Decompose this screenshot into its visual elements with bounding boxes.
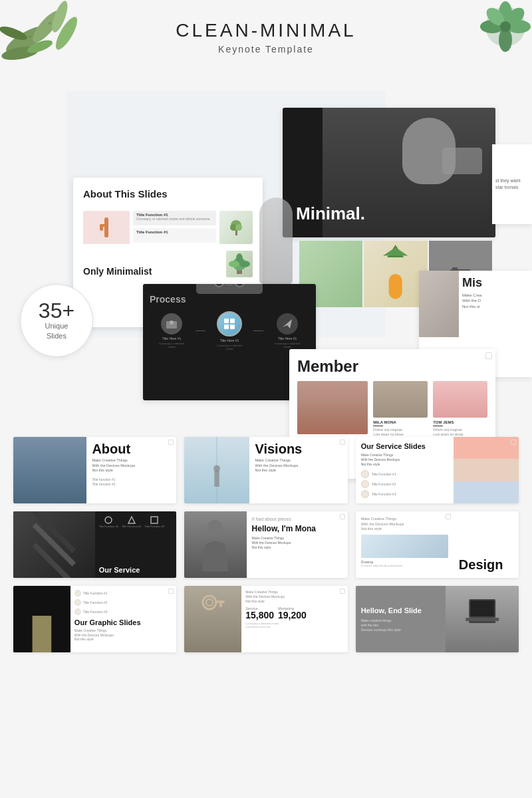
svg-marker-32 <box>383 247 408 256</box>
about-img <box>13 437 86 503</box>
minimal-text: Minimal. <box>296 203 365 224</box>
svg-rect-59 <box>219 603 222 607</box>
svg-rect-58 <box>215 600 225 603</box>
svg-point-7 <box>29 35 31 38</box>
only-minimalist: Only Minimalist <box>83 266 152 277</box>
slides-row-3: Title Function #1 Title Function #2 Titl… <box>0 586 532 660</box>
svg-point-38 <box>170 321 174 325</box>
stat1-num: 15,800 <box>245 610 274 620</box>
thumb-end-slide: Hellow, End Slide Make creative thingswi… <box>356 586 519 652</box>
unique-slides-badge: 35+ Unique Slides <box>20 284 93 357</box>
svg-rect-51 <box>151 517 158 523</box>
member-3: TOM JEMS Dolore sna magnaeLore doam no o… <box>433 381 487 441</box>
svg-rect-45 <box>215 470 220 487</box>
chess-image <box>419 271 459 337</box>
svg-point-46 <box>213 466 220 472</box>
svg-point-29 <box>239 261 250 267</box>
thumb-visions: Visions Make Creative ThingsWith the Dev… <box>184 437 347 503</box>
svg-rect-61 <box>470 600 494 616</box>
pink-accent-box <box>83 211 130 244</box>
design-title: Design <box>459 557 513 573</box>
our-service-title: Our Service <box>99 566 173 574</box>
succulent-thumbnail <box>226 251 253 277</box>
member3-name: TOM JEMS <box>433 420 487 424</box>
svg-rect-54 <box>33 616 52 652</box>
about-slide-sub: Make Creative ThingsWith the Devices Moc… <box>92 458 171 473</box>
person-silhouette <box>259 198 293 284</box>
svg-point-50 <box>105 517 112 523</box>
plant-right-decoration <box>479 0 532 53</box>
slides-row-2: Title Function #1 Title Function #2 Titl… <box>0 511 532 586</box>
hand-shape <box>442 148 482 174</box>
member-title: Member <box>297 357 487 376</box>
end-slide-title: Hellow, End Slide <box>361 606 440 615</box>
corner-dot <box>485 352 492 359</box>
thumb-mona: If had about pieces Hellow, I'm Mona Mak… <box>184 511 347 578</box>
mona-title: Hellow, I'm Mona <box>252 524 342 533</box>
slides-row-1: About Make Creative ThingsWith the Devic… <box>0 437 532 511</box>
mis-text: Mis <box>462 276 527 290</box>
visions-img <box>184 437 249 503</box>
svg-rect-39 <box>224 319 229 323</box>
svg-rect-62 <box>466 618 499 621</box>
mis-subtext: Make CreaWith the DNot this st <box>462 293 527 309</box>
plant-thumbnail <box>219 211 253 244</box>
svg-rect-40 <box>230 319 235 323</box>
stat2-num: 19,200 <box>278 610 307 620</box>
laptop-img <box>446 586 519 652</box>
svg-rect-30 <box>389 274 402 299</box>
about-slide-title: About <box>92 442 171 456</box>
graphic-slides-title: Our Graphic Slides <box>74 618 172 627</box>
svg-rect-36 <box>452 267 458 271</box>
svg-point-16 <box>500 21 511 32</box>
svg-point-52 <box>207 520 223 536</box>
svg-point-24 <box>235 224 242 231</box>
member-2: MILA MONA Dolore sna magnaeLore doam no … <box>373 381 428 441</box>
svg-point-56 <box>203 596 216 609</box>
thumb-service-slides: Our Service Slides Make Creative ThingsW… <box>356 437 519 503</box>
mona-img <box>184 511 246 578</box>
svg-point-28 <box>229 261 239 267</box>
main-preview-area: Minimal. st they want star horses About … <box>0 65 532 424</box>
svg-rect-41 <box>224 325 229 329</box>
visions-title: Visions <box>255 442 342 456</box>
plant-left-decoration <box>0 0 106 80</box>
service-slides-title: Our Service Slides <box>361 442 448 451</box>
thumb-about: About Make Creative ThingsWith the Devic… <box>13 437 176 503</box>
unique-number: 35+ <box>39 300 74 321</box>
keys-img <box>184 586 241 652</box>
thumb-design: Make Creative ThingsWith the Devices Moc… <box>356 511 519 578</box>
member2-name: MILA MONA <box>373 420 428 424</box>
about-title: About This Slides <box>83 188 253 201</box>
svg-rect-18 <box>104 217 108 237</box>
slide-partial-right: st they want star horses <box>492 144 532 224</box>
svg-point-57 <box>206 599 213 606</box>
camera-equipment <box>196 284 263 294</box>
slide-minimal-hero: Minimal. <box>283 108 495 237</box>
svg-rect-42 <box>230 325 235 329</box>
thumb-our-service: Title Function #1 Title Function #2 Titl… <box>13 511 176 578</box>
svg-rect-20 <box>100 224 103 231</box>
thumb-stats: Make Creative ThingsWith the Devices Moc… <box>184 586 347 652</box>
svg-point-8 <box>49 22 51 25</box>
svg-rect-63 <box>469 621 495 623</box>
thumb-graphic-slides: Title Function #1 Title Function #2 Titl… <box>13 586 176 652</box>
